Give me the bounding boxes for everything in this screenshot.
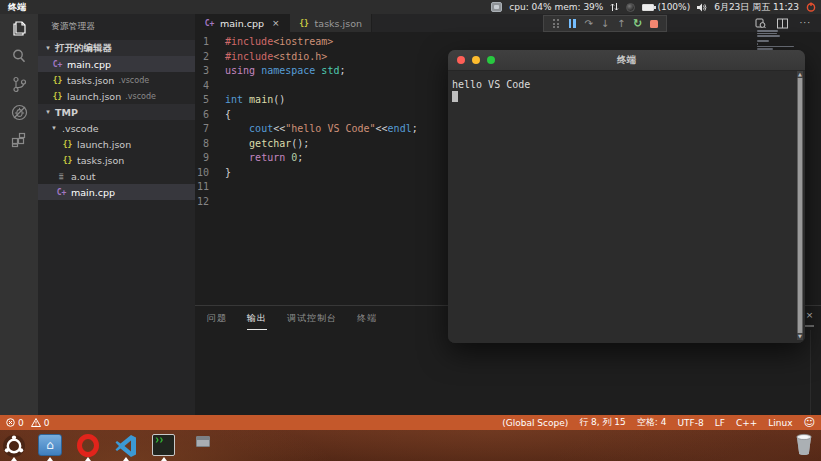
error-icon [6,418,15,427]
network-arrows-icon[interactable] [610,2,619,12]
split-editor-icon[interactable] [777,18,788,29]
debug-stop-button[interactable] [646,16,662,31]
dock-running-indicator [47,457,53,461]
power-icon[interactable] [806,2,816,12]
dock-icon-ubuntu[interactable] [2,434,26,458]
status-cursor-position[interactable]: 行 8, 列 15 [579,416,626,429]
code-text: int main() [225,94,285,109]
maximize-window-button[interactable] [487,56,495,64]
error-count: 0 [18,418,24,428]
minimap[interactable] [757,30,797,50]
status-language-mode[interactable]: C++ [736,418,757,428]
panel-tab-问题[interactable]: 问题 [207,312,227,330]
line-number: 10 [195,167,225,182]
dock: ⌂❯❯ [0,430,821,461]
activity-item-debug[interactable] [0,98,38,126]
terminal-titlebar[interactable]: 终端 [448,50,805,71]
terminal-window[interactable]: 终端 hello VS Code ▲ ▼ [448,50,805,343]
open-preview-icon[interactable] [755,18,766,29]
line-number: 8 [195,138,225,153]
sidebar-item-launch-json[interactable]: {}launch.json [38,136,195,152]
tab-close-icon[interactable]: × [272,18,280,28]
dock-icon-applet[interactable] [196,434,220,458]
line-number: 4 [195,80,225,95]
status-os[interactable]: Linux [768,418,792,428]
panel-maximize-icon[interactable] [805,325,814,327]
code-text: using namespace std; [225,65,345,80]
section-header-0[interactable]: ▾打开的编辑器 [38,40,195,56]
debug-step-into-button[interactable]: ↓ [597,16,613,31]
sidebar-item--vscode[interactable]: ▾.vscode [38,120,195,136]
terminal-scrollbar[interactable] [797,71,803,340]
minimap-line [757,43,758,45]
terminal-body[interactable]: hello VS Code ▲ ▼ [448,71,805,343]
problems-status[interactable]: 0 0 [6,418,49,428]
trash-icon[interactable] [794,431,814,460]
section-twistie-icon: ▾ [44,108,52,116]
panel-close-icon[interactable]: × [806,311,814,320]
system-tray: cpu: 04% mem: 39% (100%) 6月23日 周五 11:23 [491,1,821,14]
debug-drag-handle[interactable] [548,16,564,31]
sidebar-item-a-out[interactable]: ≣a.out [38,168,195,184]
scrollbar-up-icon[interactable]: ▲ [797,71,803,78]
dock-icon-terminal[interactable]: ❯❯ [152,434,176,458]
clock[interactable]: 6月23日 周五 11:23 [714,1,799,14]
battery-indicator[interactable]: (100%) [642,2,690,12]
debug-step-out-button[interactable]: ↑ [613,16,629,31]
status-indentation[interactable]: 空格: 4 [637,416,667,429]
minimize-window-button[interactable] [472,56,480,64]
debug-pause-button[interactable] [564,16,580,31]
applet-icon-shape [196,436,210,447]
dock-icon-vscode[interactable] [114,434,138,458]
sidebar-title: 资源管理器 [38,14,195,40]
more-actions-icon[interactable]: ··· [799,18,811,28]
status-global-scope[interactable]: (Global Scope) [502,418,568,428]
active-app-title: 终端 [0,1,26,14]
sidebar-item-main-cpp[interactable]: C+main.cpp [38,184,195,200]
sidebar-item-launch-json[interactable]: {}launch.json.vscode [38,88,195,104]
status-eol[interactable]: LF [715,418,725,428]
activity-item-explorer[interactable] [0,14,38,42]
close-window-button[interactable] [457,56,465,64]
json-file-icon: {} [62,140,73,149]
activity-item-extensions[interactable] [0,126,38,154]
scrollbar-down-icon[interactable]: ▼ [797,333,803,340]
section-header-1[interactable]: ▾TMP [38,104,195,120]
activity-item-search[interactable] [0,42,38,70]
dock-icon-files[interactable]: ⌂ [38,434,62,458]
json-file-icon: {} [62,156,73,165]
minimap-line [757,40,769,42]
dock-icon-opera[interactable] [76,434,100,458]
code-text: } [225,167,231,182]
debug-toolbar: ↷ ↓ ↑ ↻ [543,15,667,32]
file-label: main.cpp [67,59,111,70]
editor-tab-bar: C+main.cpp×{}tasks.json ··· [195,14,821,32]
activity-item-source-control[interactable] [0,70,38,98]
sidebar-item-tasks-json[interactable]: {}tasks.json.vscode [38,72,195,88]
sidebar-item-main-cpp[interactable]: C+main.cpp [38,56,195,72]
line-number: 2 [195,51,225,66]
cpp-file-icon: C+ [52,60,63,69]
dock-running-indicator [85,457,91,461]
status-encoding[interactable]: UTF-8 [677,418,703,428]
terminal-cursor [452,91,458,102]
feedback-smiley-icon[interactable]: ☺ [804,417,815,428]
battery-icon [642,4,654,11]
tab-tasks-json[interactable]: {}tasks.json [290,14,372,32]
debug-restart-button[interactable]: ↻ [629,16,645,31]
debug-step-over-button[interactable]: ↷ [581,16,597,31]
json-file-icon: {} [52,76,63,85]
notification-orb-icon[interactable] [626,3,635,12]
dock-running-indicator [123,457,129,461]
cpu-mem-indicator[interactable]: cpu: 04% mem: 39% [509,2,603,12]
panel-scrollbar[interactable] [810,330,811,415]
panel-tab-输出[interactable]: 输出 [247,312,267,330]
panel-tab-调试控制台[interactable]: 调试控制台 [287,312,337,330]
panel-tab-终端[interactable]: 终端 [357,312,377,330]
sidebar-item-tasks-json[interactable]: {}tasks.json [38,152,195,168]
volume-icon[interactable] [697,3,707,12]
terminal-icon-shape: ❯❯ [152,434,175,456]
tab-label: main.cpp [220,18,264,29]
tab-main-cpp[interactable]: C+main.cpp× [195,14,290,32]
keyboard-indicator-icon[interactable] [491,2,502,12]
